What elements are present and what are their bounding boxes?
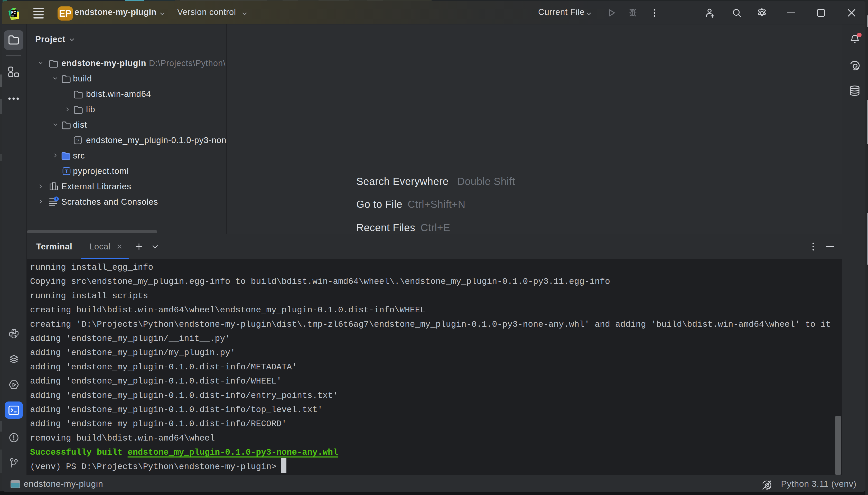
svg-text:T: T — [65, 169, 68, 174]
svg-text:?: ? — [76, 137, 79, 143]
svg-text:PC: PC — [11, 10, 16, 14]
